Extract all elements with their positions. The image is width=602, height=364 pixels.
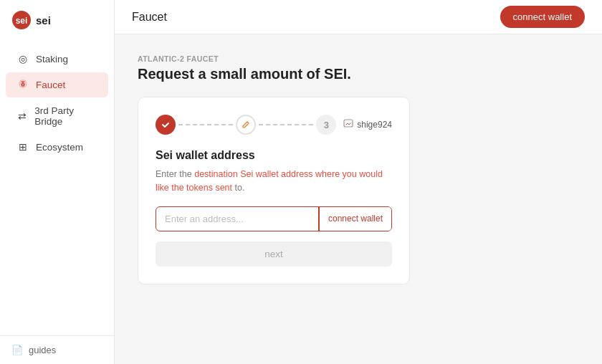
content: ATLANTIC-2 FAUCET Request a small amount… — [115, 34, 602, 364]
sidebar: sei sei ◎ Staking Faucet ⇄ 3rd Party — [0, 0, 115, 364]
staking-icon: ◎ — [17, 53, 29, 64]
stepper: 3 shige924 — [156, 115, 392, 135]
faucet-card: 3 shige924 Sei wallet address Enter the … — [138, 97, 410, 284]
user-icon — [343, 119, 353, 131]
connect-wallet-small-button[interactable]: connect wallet — [318, 207, 391, 231]
sidebar-nav: ◎ Staking Faucet ⇄ 3rd Party Bridge ⊞ Ec… — [0, 40, 114, 166]
guides-icon: 📄 — [11, 345, 23, 355]
sidebar-item-label: 3rd Party Bridge — [34, 105, 97, 127]
connect-wallet-button[interactable]: connect wallet — [500, 6, 585, 28]
sei-logo-icon: sei — [11, 10, 32, 30]
step-line-1 — [178, 124, 233, 125]
desc-start: Enter the — [156, 169, 194, 179]
step-2 — [236, 115, 256, 135]
ecosystem-icon: ⊞ — [17, 141, 29, 153]
sidebar-bottom: 📄 guides — [0, 335, 114, 364]
svg-rect-3 — [344, 120, 353, 127]
form-title: Sei wallet address — [156, 149, 392, 162]
sidebar-item-faucet[interactable]: Faucet — [6, 72, 108, 97]
sidebar-item-label: Staking — [36, 54, 68, 64]
page-subtitle: ATLANTIC-2 FAUCET — [138, 54, 579, 63]
step-user: shige924 — [343, 119, 392, 131]
step-line-2 — [259, 124, 313, 125]
sidebar-item-label: Ecosystem — [36, 142, 83, 153]
faucet-icon — [17, 79, 29, 91]
username: shige924 — [357, 120, 392, 130]
guides-label: guides — [29, 345, 56, 355]
main: Faucet connect wallet ATLANTIC-2 FAUCET … — [115, 0, 602, 364]
step-3: 3 — [316, 115, 336, 135]
topbar: Faucet connect wallet — [115, 0, 602, 34]
desc-end: to. — [232, 183, 244, 193]
step-1 — [156, 115, 176, 135]
svg-text:sei: sei — [16, 16, 28, 26]
sidebar-top: sei sei ◎ Staking Faucet ⇄ 3rd Party — [0, 0, 114, 166]
next-button[interactable]: next — [156, 241, 392, 267]
form-description: Enter the destination Sei wallet address… — [156, 168, 392, 195]
sidebar-item-label: Faucet — [36, 80, 65, 90]
address-input[interactable] — [156, 207, 318, 231]
sidebar-item-bridge[interactable]: ⇄ 3rd Party Bridge — [6, 99, 108, 133]
guides-item[interactable]: 📄 guides — [11, 345, 102, 355]
sidebar-logo: sei sei — [0, 0, 114, 40]
bridge-icon: ⇄ — [17, 110, 27, 122]
address-input-row: connect wallet — [156, 206, 392, 231]
topbar-title: Faucet — [132, 11, 167, 24]
logo-text: sei — [36, 14, 51, 27]
sidebar-item-ecosystem[interactable]: ⊞ Ecosystem — [6, 135, 108, 159]
page-title: Request a small amount of SEI. — [138, 66, 579, 82]
sidebar-item-staking[interactable]: ◎ Staking — [6, 47, 108, 71]
